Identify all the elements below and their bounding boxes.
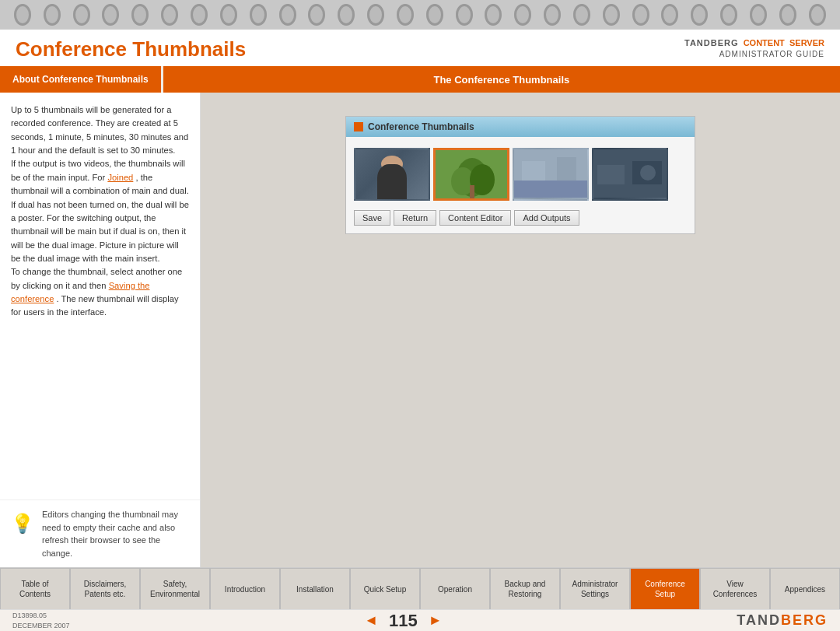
para2-after: , the thumbnail will a combination of ma… — [11, 173, 189, 263]
doc-number: D13898.05 — [12, 611, 70, 621]
nav-installation[interactable]: Installation — [280, 568, 350, 609]
page-number: 115 — [389, 611, 418, 631]
nav-table-of-contents[interactable]: Table of Contents — [0, 568, 70, 609]
paragraph-2: If the output is two videos, the thumbna… — [11, 157, 189, 265]
widget-buttons: Save Return Content Editor Add Outputs — [354, 210, 687, 226]
nav-safety[interactable]: Safety, Environmental — [140, 568, 210, 609]
spiral-ring — [44, 4, 61, 26]
spiral-ring — [220, 4, 237, 26]
spiral-binding — [0, 0, 840, 30]
spiral-ring — [338, 4, 355, 26]
footer-brand: TANDBERG — [737, 612, 828, 629]
return-button[interactable]: Return — [394, 210, 436, 226]
nav-quick-setup[interactable]: Quick Setup — [350, 568, 420, 609]
spiral-ring — [456, 4, 473, 26]
page-title: Conference Thumbnails — [16, 37, 246, 61]
page-header: Conference Thumbnails TANDBERG CONTENT S… — [0, 30, 840, 66]
doc-date: DECEMBER 2007 — [12, 621, 70, 631]
widget-body: Save Return Content Editor Add Outputs — [346, 137, 695, 233]
spiral-ring — [720, 4, 737, 26]
paragraph-3: To change the thumbnail, select another … — [11, 265, 189, 319]
svg-point-12 — [640, 165, 656, 181]
spiral-ring — [308, 4, 325, 26]
brand-guide: ADMINISTRATOR GUIDE — [684, 49, 824, 60]
thumbnail-4[interactable] — [592, 148, 668, 201]
nav-backup[interactable]: Backup and Restoring — [490, 568, 560, 609]
spiral-ring — [131, 4, 149, 26]
spiral-ring — [809, 4, 826, 26]
spiral-ring — [73, 4, 90, 26]
thumbnail-3[interactable] — [513, 148, 589, 201]
paragraph-1: Up to 5 thumbnails will be generated for… — [11, 103, 189, 157]
bottom-nav: Table of Contents Disclaimers, Patents e… — [0, 567, 840, 609]
spiral-ring — [279, 4, 296, 26]
add-outputs-button[interactable]: Add Outputs — [514, 210, 579, 226]
spiral-ring — [397, 4, 414, 26]
para3-before: To change the thumbnail, select another … — [11, 267, 182, 289]
next-page-arrow[interactable]: ► — [429, 612, 443, 629]
brand-content: CONTENT — [744, 38, 785, 47]
content-editor-button[interactable]: Content Editor — [439, 210, 511, 226]
brand-block: TANDBERG CONTENT SERVER ADMINISTRATOR GU… — [684, 37, 824, 60]
spiral-ring — [102, 4, 119, 26]
spiral-ring — [632, 4, 649, 26]
prev-page-arrow[interactable]: ◄ — [364, 612, 378, 629]
spiral-ring — [161, 4, 178, 26]
left-column: Up to 5 thumbnails will be generated for… — [0, 93, 201, 567]
widget-title: Conference Thumbnails — [368, 121, 474, 132]
tab-thumbnails[interactable]: The Conference Thumbnails — [163, 66, 840, 93]
joined-link[interactable]: Joined — [107, 173, 133, 182]
nav-administrator[interactable]: Administrator Settings — [560, 568, 630, 609]
tip-icon: 💡 — [11, 510, 34, 538]
spiral-ring — [14, 4, 31, 26]
footer-brand-highlight: BERG — [781, 612, 828, 628]
nav-introduction[interactable]: Introduction — [210, 568, 280, 609]
spiral-ring — [367, 4, 384, 26]
save-button[interactable]: Save — [354, 210, 390, 226]
spiral-ring — [661, 4, 678, 26]
para2-before: If the output is two videos, the thumbna… — [11, 159, 185, 181]
brand-server: SERVER — [789, 38, 824, 47]
spiral-ring — [514, 4, 531, 26]
spiral-ring — [691, 4, 708, 26]
nav-disclaimers[interactable]: Disclaimers, Patents etc. — [70, 568, 140, 609]
conference-thumbnails-widget: Conference Thumbnails — [345, 116, 695, 234]
widget-header: Conference Thumbnails — [346, 117, 695, 137]
thumb-room-svg — [514, 149, 587, 198]
brand-line: TANDBERG CONTENT SERVER — [684, 37, 824, 49]
widget-header-icon — [354, 122, 363, 131]
spiral-ring — [485, 4, 502, 26]
svg-rect-6 — [514, 181, 587, 198]
spiral-ring — [603, 4, 620, 26]
svg-rect-10 — [597, 165, 625, 184]
page-wrapper: Conference Thumbnails TANDBERG CONTENT S… — [0, 0, 840, 631]
spiral-ring — [573, 4, 590, 26]
footer-brand-text: TAND — [737, 612, 781, 628]
thumbnail-2-selected[interactable] — [433, 148, 509, 201]
footer-doc-info: D13898.05 DECEMBER 2007 — [12, 611, 70, 630]
spiral-ring — [426, 4, 443, 26]
right-panel: Conference Thumbnails — [201, 93, 840, 567]
nav-conference-setup[interactable]: Conference Setup — [630, 568, 700, 609]
thumb-plant-svg — [436, 150, 509, 198]
spiral-ring — [544, 4, 561, 26]
svg-rect-4 — [470, 185, 474, 198]
footer-pagination: ◄ 115 ► — [364, 611, 442, 631]
spiral-ring — [191, 4, 208, 26]
thumb-dark-svg — [593, 149, 667, 198]
page-footer: D13898.05 DECEMBER 2007 ◄ 115 ► TANDBERG — [0, 609, 840, 631]
tip-text: Editors changing the thumbnail may need … — [42, 508, 189, 559]
nav-operation[interactable]: Operation — [420, 568, 490, 609]
thumbnails-row — [354, 148, 687, 201]
thumbnail-1[interactable] — [354, 148, 430, 201]
nav-appendices[interactable]: Appendices — [770, 568, 840, 609]
tip-section: 💡 Editors changing the thumbnail may nee… — [0, 500, 200, 567]
tab-bar: About Conference Thumbnails The Conferen… — [0, 66, 840, 93]
left-text: Up to 5 thumbnails will be generated for… — [0, 93, 200, 500]
thumb-silhouette — [377, 164, 407, 199]
spiral-ring — [779, 4, 796, 26]
nav-view-conferences[interactable]: View Conferences — [700, 568, 770, 609]
svg-rect-8 — [557, 157, 576, 181]
tab-about[interactable]: About Conference Thumbnails — [0, 66, 161, 93]
svg-rect-7 — [522, 161, 545, 181]
